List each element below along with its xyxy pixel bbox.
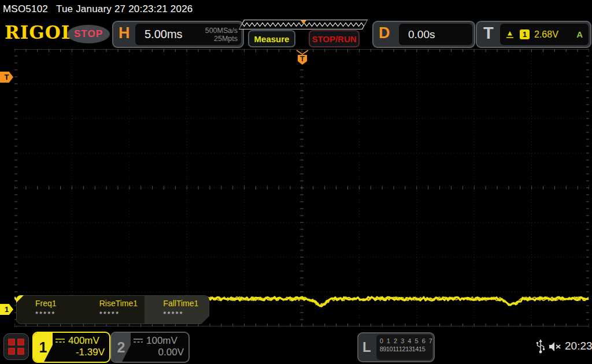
logic-channels: 0 1 2 3 4 5 6 7 8 9 10 11 12 13 14 15 [376,335,432,360]
channel2-panel[interactable]: 2 100mV 0.00V [110,332,190,363]
channel1-offset: -1.39V [55,347,105,358]
stop-run-button[interactable]: STOP/RUN [309,30,360,47]
svg-text:T: T [300,54,305,63]
trigger-source-badge: 1 [520,29,530,39]
logic-analyzer-panel[interactable]: L 0 1 2 3 4 5 6 7 8 9 10 11 12 13 14 15 [357,332,435,362]
horizontal-panel[interactable]: H 5.00ms 500MSa/s 25Mpts [112,21,244,48]
timebase-value: 5.00ms [145,28,183,41]
channel1-panel[interactable]: 1 400mV -1.39V [32,332,110,363]
model-name: MSO5102 [3,3,48,14]
red-tile [8,348,15,355]
sample-rate: 500MSa/s [205,27,238,35]
channel2-info: 100mV 0.00V [131,333,188,362]
logic-row2: 8 9 10 11 12 13 14 15 [380,345,432,353]
measurement-risetime[interactable]: RiseTime1 ***** [81,296,145,324]
channel1-waveform [14,49,589,326]
trigger-label: T [483,24,494,43]
dc-coupling-icon [133,338,143,344]
channel2-scale: 100mV [146,335,177,347]
channel2-offset: 0.00V [133,347,184,358]
channel1-scale: 400mV [68,335,99,347]
popup-corner-accent [16,295,24,303]
measurement-label: RiseTime1 [99,299,145,308]
graticule: T [14,49,589,326]
popup-corner-cut [201,316,209,324]
dc-coupling-icon [55,338,65,344]
run-state-badge: STOP [67,25,110,43]
waveform-memory-bar[interactable] [239,20,368,29]
measurement-value: ***** [35,310,81,318]
red-tile [17,348,24,355]
horizontal-label: H [119,24,130,42]
measurement-value: ***** [99,310,145,318]
delay-panel[interactable]: D 0.00s [372,21,475,48]
trigger-level-marker[interactable]: T [0,72,13,83]
memory-depth: 25Mpts [214,35,238,43]
red-tile [8,339,15,346]
rising-edge-icon [506,30,515,39]
trigger-valuebox[interactable]: 1 2.68V A [500,24,589,45]
usb-icon [535,339,546,354]
measure-button[interactable]: Measure [248,30,295,47]
measurement-falltime[interactable]: FallTime1 ***** [145,296,209,324]
red-tile [17,339,24,346]
measurement-label: Freq1 [35,299,81,308]
delay-value: 0.00s [408,28,435,41]
horizontal-valuebox[interactable]: 5.00ms 500MSa/s 25Mpts [135,24,241,45]
menu-grid-button[interactable] [3,333,29,360]
channel1-tab[interactable]: 1 [34,333,53,362]
datetime: Tue January 27 20:23:21 2026 [56,3,193,14]
trigger-level-value: 2.68V [534,29,558,40]
trigger-panel[interactable]: T 1 2.68V A [476,21,591,48]
logic-tab: L [358,333,375,361]
trigger-position-marker[interactable]: T [295,49,309,65]
measurement-label: FallTime1 [163,299,209,308]
rigol-logo: RIGOL [5,22,75,43]
titlebar: MSO5102Tue January 27 20:23:21 2026 [3,3,193,15]
acquisition-info: 500MSa/s 25Mpts [205,27,238,43]
speaker-muted-icon[interactable] [548,341,562,352]
delay-label: D [379,24,390,42]
trigger-mode: A [576,29,583,39]
clock: 20:23 [565,340,592,352]
channel2-tab[interactable]: 2 [112,333,131,362]
oscilloscope-screen: MSO5102Tue January 27 20:23:21 2026 RIGO… [0,0,592,364]
channel1-offset-marker[interactable]: 1 [0,304,13,315]
delay-valuebox[interactable]: 0.00s [399,24,472,45]
measurement-freq[interactable]: Freq1 ***** [17,296,81,324]
channel1-info: 400mV -1.39V [53,333,109,362]
logic-row1: 0 1 2 3 4 5 6 7 [380,337,432,345]
memory-position-marker[interactable] [301,20,306,24]
measurement-popup[interactable]: Freq1 ***** RiseTime1 ***** FallTime1 **… [16,295,209,324]
